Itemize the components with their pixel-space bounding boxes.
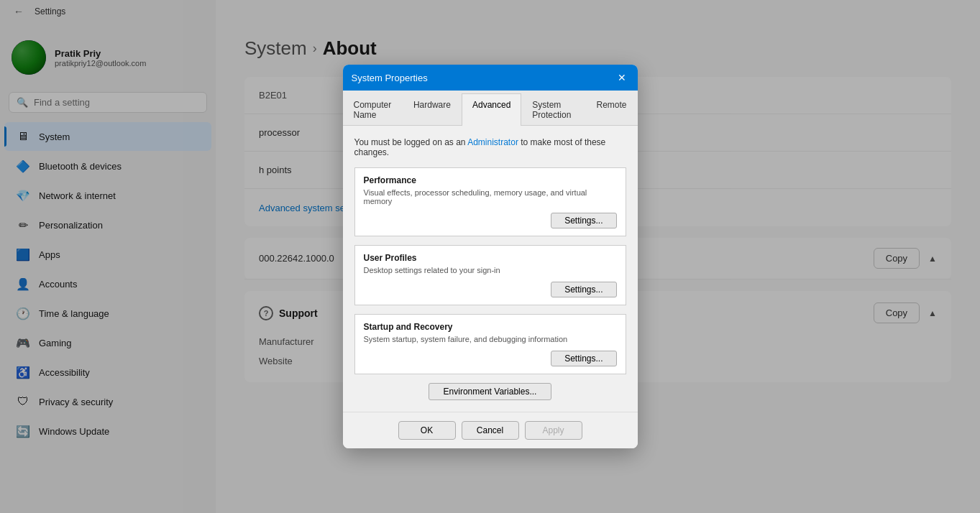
user-profiles-desc: Desktop settings related to your sign-in	[364, 266, 617, 274]
user-profiles-title: User Profiles	[364, 253, 617, 263]
startup-recovery-section: Startup and Recovery System startup, sys…	[354, 314, 626, 374]
dialog-notice-text-1: You must be logged on as an	[354, 137, 468, 147]
user-profiles-settings-button[interactable]: Settings...	[551, 282, 616, 297]
dialog-content: You must be logged on as an Administrato…	[343, 126, 638, 412]
tab-advanced[interactable]: Advanced	[462, 93, 521, 126]
apply-button[interactable]: Apply	[525, 421, 582, 440]
dialog-tabs: Computer Name Hardware Advanced System P…	[343, 91, 638, 126]
env-vars-container: Environment Variables...	[354, 383, 626, 400]
performance-desc: Visual effects, processor scheduling, me…	[364, 188, 617, 205]
dialog-footer: OK Cancel Apply	[343, 412, 638, 448]
tab-system-protection[interactable]: System Protection	[521, 93, 585, 126]
startup-recovery-title: Startup and Recovery	[364, 322, 617, 332]
startup-recovery-desc: System startup, system failure, and debu…	[364, 335, 617, 343]
startup-recovery-settings-button[interactable]: Settings...	[551, 351, 616, 366]
tab-computer-name[interactable]: Computer Name	[343, 93, 403, 126]
administrator-link[interactable]: Administrator	[467, 137, 518, 147]
tab-hardware[interactable]: Hardware	[403, 93, 462, 126]
dialog-notice: You must be logged on as an Administrato…	[354, 137, 626, 157]
tab-remote[interactable]: Remote	[585, 93, 637, 126]
dialog-titlebar: System Properties ✕	[343, 65, 638, 91]
environment-variables-button[interactable]: Environment Variables...	[429, 383, 552, 400]
performance-section: Performance Visual effects, processor sc…	[354, 167, 626, 236]
user-profiles-section: User Profiles Desktop settings related t…	[354, 245, 626, 305]
dialog-title: System Properties	[352, 73, 428, 83]
cancel-button[interactable]: Cancel	[462, 421, 519, 440]
performance-title: Performance	[364, 175, 617, 185]
dialog-close-button[interactable]: ✕	[615, 70, 629, 85]
ok-button[interactable]: OK	[398, 421, 456, 440]
dialog-overlay: System Properties ✕ Computer Name Hardwa…	[0, 0, 980, 513]
performance-settings-button[interactable]: Settings...	[551, 213, 616, 228]
system-properties-dialog: System Properties ✕ Computer Name Hardwa…	[343, 65, 638, 448]
